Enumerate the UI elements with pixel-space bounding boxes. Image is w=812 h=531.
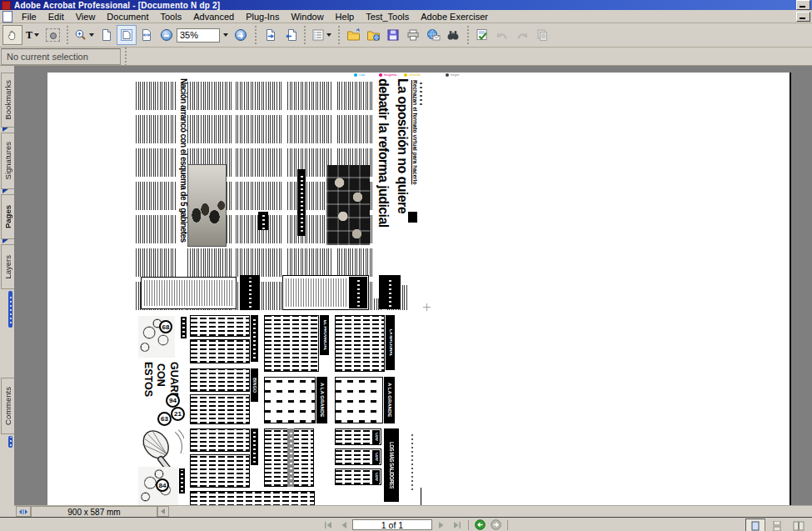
copy-button[interactable]	[532, 25, 552, 45]
headline-line2: debatir la reforma judicial	[372, 78, 390, 298]
next-page-button[interactable]	[434, 519, 448, 530]
spell-check-button[interactable]	[472, 25, 492, 45]
undo-arrow-icon	[496, 28, 509, 42]
status-arrow-button[interactable]	[157, 506, 169, 517]
printer-icon	[406, 28, 420, 42]
chevron-down-icon	[223, 33, 228, 37]
results-table	[335, 315, 385, 372]
facing-layout-button[interactable]	[789, 518, 809, 531]
previous-view-button[interactable]	[260, 25, 280, 45]
tab-layers[interactable]: Layers	[1, 244, 14, 289]
binoculars-icon	[446, 28, 460, 42]
crosshair-mark-icon	[423, 303, 431, 311]
zoom-in-button[interactable]	[231, 25, 251, 45]
snapshot-icon	[46, 28, 60, 42]
pdf-page[interactable]: cian magenta amarillo negro Nación arran…	[47, 73, 791, 507]
lucky-number: 84	[156, 478, 169, 492]
split-arrows-icon	[18, 508, 28, 515]
a-la-grande-header: A LA GRANDE	[384, 377, 395, 423]
single-page-icon	[750, 521, 760, 531]
splitter-button[interactable]	[16, 506, 31, 517]
fit-page-button[interactable]	[117, 25, 137, 45]
tab-corner-icon	[2, 189, 8, 193]
select-text-tool-button[interactable]: T	[22, 25, 42, 45]
zoom-out-button[interactable]	[157, 25, 177, 45]
save-button[interactable]	[383, 25, 403, 45]
zoom-tool-button[interactable]	[72, 25, 97, 45]
fit-width-button[interactable]	[137, 25, 157, 45]
chevron-down-icon	[89, 33, 94, 37]
open-button[interactable]	[343, 25, 363, 45]
panel-grab-handle[interactable]	[8, 436, 12, 448]
page-number-input[interactable]	[352, 519, 432, 530]
menu-test-tools[interactable]: Test_Tools	[360, 11, 415, 23]
actual-size-button[interactable]	[97, 25, 117, 45]
previous-page-button[interactable]	[336, 519, 351, 530]
next-view-button[interactable]	[489, 519, 503, 530]
cyan-dot-icon	[354, 73, 357, 77]
menu-adobe-exerciser[interactable]: Adobe Exerciser	[415, 11, 494, 23]
yellow-dot-icon	[404, 73, 407, 77]
tab-pages[interactable]: Pages	[1, 194, 14, 239]
continuous-page-icon	[772, 521, 782, 531]
edge-caption	[411, 432, 413, 490]
masthead-logo-box	[408, 212, 417, 223]
forward-circle-icon	[491, 519, 501, 530]
bingo-header: BINGO	[251, 368, 258, 402]
search-button[interactable]	[443, 25, 463, 45]
menu-help[interactable]: Help	[330, 11, 361, 23]
last-page-button[interactable]	[450, 519, 464, 530]
left-triangle-icon	[161, 508, 166, 514]
results-table	[190, 394, 250, 424]
next-view-button[interactable]	[280, 25, 300, 45]
undo-button[interactable]	[492, 25, 512, 45]
open-web-page-button[interactable]	[363, 25, 383, 45]
child-minimize-button[interactable]	[796, 12, 810, 22]
panel-grab-handle[interactable]	[8, 291, 12, 328]
back-circle-icon	[475, 519, 486, 530]
zoom-dropdown-button[interactable]	[220, 25, 231, 45]
continuous-layout-button[interactable]	[767, 518, 787, 531]
next-page-icon	[436, 521, 446, 529]
zoom-level-input[interactable]	[177, 28, 220, 43]
menu-document[interactable]: Document	[101, 11, 154, 23]
print-button[interactable]	[403, 25, 423, 45]
menu-tools[interactable]: Tools	[155, 11, 188, 23]
minimize-button[interactable]	[796, 0, 810, 10]
tab-signatures[interactable]: Signatures	[1, 133, 14, 189]
promo-word: ESTOS	[142, 362, 153, 400]
menu-view[interactable]: View	[70, 11, 102, 23]
tab-comments[interactable]: Comments	[1, 378, 14, 434]
task-list-button[interactable]	[309, 25, 334, 45]
first-page-button[interactable]	[321, 519, 335, 530]
menu-window[interactable]: Window	[285, 11, 329, 23]
results-table	[190, 315, 250, 337]
single-page-layout-button[interactable]	[745, 518, 765, 531]
newspaper-lottery-page: 68 GUARDA CON ESTOS 94 21 63 84	[137, 315, 414, 508]
black-dot-icon	[446, 73, 449, 77]
fit-width-icon	[140, 28, 153, 42]
previous-view-button[interactable]	[473, 519, 487, 530]
menu-edit[interactable]: Edit	[42, 11, 70, 23]
folder-open-icon	[346, 28, 361, 42]
folio-text	[420, 80, 422, 105]
toolbar: T	[0, 23, 812, 48]
redo-button[interactable]	[512, 25, 532, 45]
menu-plugins[interactable]: Plug-Ins	[240, 11, 285, 23]
menu-file[interactable]: File	[16, 11, 42, 23]
email-button[interactable]	[423, 25, 443, 45]
tab-bookmarks[interactable]: Bookmarks	[1, 73, 14, 128]
reg-mark-yellow: amarillo	[404, 73, 421, 77]
toolbar-separator	[252, 26, 258, 44]
magnifier-icon	[74, 28, 87, 42]
hand-tool-button[interactable]	[2, 25, 22, 45]
footer-separator	[507, 520, 508, 530]
reg-mark-magenta: magenta	[379, 73, 397, 77]
plus-circle-icon	[235, 29, 247, 41]
page-navigation	[321, 519, 511, 530]
menu-advanced[interactable]: Advanced	[187, 11, 240, 23]
snapshot-tool-button[interactable]	[42, 25, 62, 45]
results-table: CDU	[335, 448, 381, 465]
magenta-dot-icon	[379, 73, 382, 77]
tab-corner-icon	[2, 239, 8, 243]
